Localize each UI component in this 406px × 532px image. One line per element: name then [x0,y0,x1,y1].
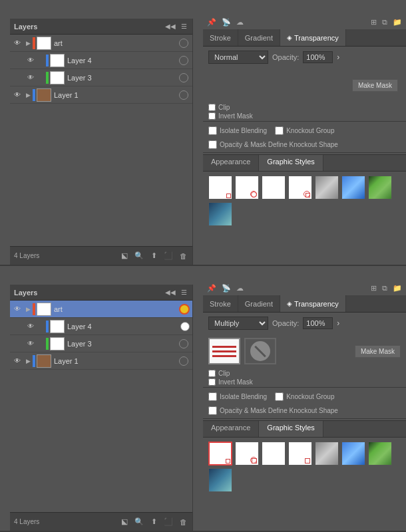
layout-icon-1[interactable]: ⧉ [382,18,387,27]
cloud-icon-1[interactable]: ☁ [236,18,244,27]
panel-menu-btn-2[interactable]: ☰ [180,289,188,296]
knockout-checkbox-1[interactable] [275,126,284,135]
opacity-mask-checkbox-2[interactable] [208,406,217,415]
pin-icon-1[interactable]: 📌 [207,18,216,27]
layer-target-1-2[interactable] [179,356,188,366]
eye-icon-art-1[interactable]: 👁 [11,37,23,49]
layer-target-3-2[interactable] [179,339,188,348]
graphic-styles-tab-1[interactable]: Graphic Styles [259,155,323,171]
eye-icon-1-1[interactable]: 👁 [11,89,23,101]
pin-icon-2[interactable]: 📌 [207,284,216,293]
knockout-checkbox-2[interactable] [275,392,284,401]
make-mask-btn-1[interactable]: Make Mask [352,79,398,92]
panel-collapse-btn-1[interactable]: ◀◀ [164,23,177,30]
eye-icon-3-2[interactable]: 👁 [25,338,37,350]
layer-target-1-1[interactable] [179,90,188,100]
style-thumb-1-2[interactable] [235,176,259,200]
eye-icon-4-1[interactable]: 👁 [25,55,37,66]
expand-arrow-art-2[interactable]: ▶ [23,305,33,314]
mask-thumb-content-2[interactable] [208,338,240,364]
layer-row-1-2[interactable]: 👁 ▶ Layer 1 [10,352,192,370]
merge-btn-1[interactable]: ⬛ [163,251,174,261]
expand-arrow-art-1[interactable]: ▶ [23,39,33,48]
search-btn-2[interactable]: 🔍 [134,517,144,527]
style-thumb-2-2[interactable] [235,442,259,466]
merge-btn-2[interactable]: ⬛ [163,517,174,527]
clip-checkbox-2[interactable] [208,370,216,377]
panel-menu-btn-1[interactable]: ☰ [180,23,188,30]
clip-checkbox-1[interactable] [208,104,216,111]
style-thumb-2-1[interactable] [208,442,232,466]
layer-target-3-1[interactable] [179,73,188,82]
style-thumb-1-7[interactable] [368,176,392,200]
opacity-arrow-1[interactable]: › [337,53,339,62]
opacity-mask-checkbox-1[interactable] [208,140,217,149]
style-thumb-2-4[interactable] [288,442,312,466]
style-thumb-1-6[interactable] [341,176,365,200]
radio-icon-2[interactable]: 📡 [222,284,231,293]
graphic-styles-tab-2[interactable]: Graphic Styles [259,421,323,437]
tab-transparency-1[interactable]: ◈ Transparency [280,29,346,46]
folder-icon-1[interactable]: 📁 [393,18,402,27]
layer-row-art-2[interactable]: 👁 ▶ art [10,301,192,318]
folder-icon-2[interactable]: 📁 [393,284,402,293]
style-thumb-2-7[interactable] [368,442,392,466]
layout-icon-2[interactable]: ⧉ [382,284,387,293]
delete-btn-1[interactable]: 🗑 [178,251,188,261]
tab-gradient-2[interactable]: Gradient [238,295,280,312]
eye-icon-4-2[interactable]: 👁 [25,321,37,332]
layer-row-1-1[interactable]: 👁 ▶ Layer 1 [10,86,192,104]
style-thumb-1-5[interactable] [315,176,339,200]
move-selection-btn-2[interactable]: ⬆ [148,517,159,527]
blend-mode-select-1[interactable]: Normal Multiply Screen Overlay [208,51,268,64]
layer-target-4-1[interactable] [179,56,188,65]
expand-arrow-1-2[interactable]: ▶ [23,356,33,366]
opacity-input-2[interactable] [303,317,333,329]
isolate-blending-checkbox-2[interactable] [208,392,217,401]
blend-mode-select-2[interactable]: Normal Multiply Screen Overlay [208,317,268,330]
isolate-blending-checkbox-1[interactable] [208,126,217,135]
invert-checkbox-2[interactable] [208,378,216,386]
tab-stroke-1[interactable]: Stroke [203,29,238,46]
cloud-icon-2[interactable]: ☁ [236,284,244,293]
appearance-tab-2[interactable]: Appearance [203,421,259,437]
invert-checkbox-1[interactable] [208,112,216,120]
style-thumb-1-1[interactable] [208,176,232,200]
search-btn-1[interactable]: 🔍 [134,251,144,261]
layer-row-art-1[interactable]: 👁 ▶ art [10,35,192,52]
layer-target-art-1[interactable] [179,39,188,48]
eye-icon-1-2[interactable]: 👁 [11,355,23,367]
style-thumb-2-5[interactable] [315,442,339,466]
radio-icon-1[interactable]: 📡 [222,18,231,27]
layer-target-4-2[interactable] [180,322,190,331]
layer-row-4-1[interactable]: 👁 Layer 4 [10,52,192,69]
eye-icon-art-2[interactable]: 👁 [11,303,23,315]
new-sublayer-btn-2[interactable]: ⬕ [119,517,130,527]
style-thumb-2-6[interactable] [341,442,365,466]
layer-target-art-2[interactable] [179,304,190,315]
opacity-arrow-2[interactable]: › [337,319,339,328]
new-sublayer-btn-1[interactable]: ⬕ [119,251,130,261]
opacity-input-1[interactable] [303,51,333,63]
eye-icon-3-1[interactable]: 👁 [25,72,37,84]
style-thumb-1-3[interactable] [262,176,286,200]
move-selection-btn-1[interactable]: ⬆ [148,251,159,261]
layer-row-3-1[interactable]: 👁 Layer 3 [10,69,192,86]
grid-icon-1[interactable]: ⊞ [371,18,377,27]
style-thumb-2-8[interactable] [208,468,232,492]
panel-collapse-btn-2[interactable]: ◀◀ [164,289,177,296]
tab-gradient-1[interactable]: Gradient [238,29,280,46]
expand-arrow-1-1[interactable]: ▶ [23,90,33,100]
no-mask-thumb-2[interactable] [244,338,276,364]
style-thumb-2-3[interactable] [262,442,286,466]
tab-stroke-2[interactable]: Stroke [203,295,238,312]
layer-row-4-2[interactable]: 👁 Layer 4 [10,318,192,335]
make-mask-btn-2[interactable]: Make Mask [355,345,401,358]
grid-icon-2[interactable]: ⊞ [371,284,377,293]
style-thumb-1-8[interactable] [208,202,232,226]
layer-row-3-2[interactable]: 👁 Layer 3 [10,335,192,352]
delete-btn-2[interactable]: 🗑 [178,517,188,527]
tab-transparency-2[interactable]: ◈ Transparency [280,295,346,312]
style-thumb-1-4[interactable] [288,176,312,200]
appearance-tab-1[interactable]: Appearance [203,155,259,171]
